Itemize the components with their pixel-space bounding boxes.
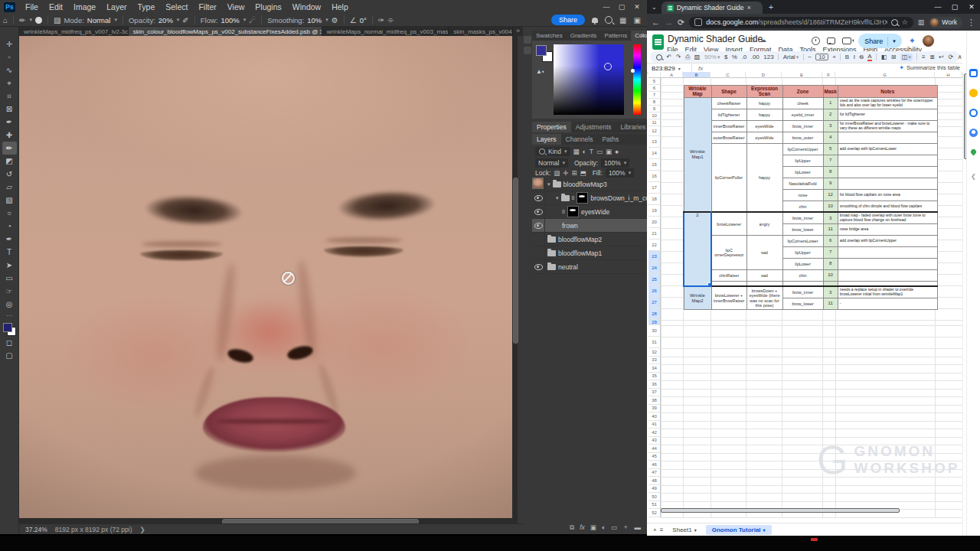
document-tab[interactable]: skin_masks_ps_v004.psd× [449,27,513,36]
meet-icon[interactable] [842,37,851,44]
group-expand-icon[interactable]: ▾ [547,181,550,187]
forward-icon[interactable]: → [665,18,673,27]
table-cell[interactable]: brow_inner [782,120,823,132]
layer-row[interactable]: ▾bloodflowMap3 [532,178,647,191]
document-tab[interactable]: skin_colour_bloodflowMaps_ps_v002_substa… [129,27,322,36]
text-rotation-icon[interactable]: ⟳ [949,54,954,60]
panel-tab-gradients[interactable]: Gradients [567,31,601,41]
calendar-icon[interactable] [969,69,978,77]
table-cell[interactable]: 8 [823,166,838,178]
column-header-E[interactable]: E [782,72,822,78]
new-layer-icon[interactable]: ＋ [622,523,629,532]
table-cell[interactable]: nose [782,189,823,201]
pen-tool[interactable]: ✒ [2,233,17,246]
row-header-17[interactable]: 17 [648,182,661,194]
filter-shape-icon[interactable]: ▭ [596,148,603,155]
brush-angle-value[interactable]: 0° [360,16,367,24]
move-folder-icon[interactable]: 🗀 [749,36,756,44]
screen-mode-icon[interactable]: ▢ [2,349,17,362]
row-header-36[interactable]: 36 [648,380,661,389]
table-cell[interactable] [838,155,937,166]
row-header-18[interactable]: 18 [648,194,661,205]
table-header-cell[interactable]: Expression Scan [746,86,782,98]
document-tab[interactable]: wrinkleMaps_normal_midfreq_ps_v003_maskU… [322,27,449,36]
foreground-background-swatches[interactable] [536,45,553,62]
toolbar-collapse-icon[interactable]: ∧ [958,54,962,60]
avatar[interactable] [923,35,934,47]
object-selection-tool[interactable]: ⌖ [2,77,17,90]
strikethrough-icon[interactable]: S [859,54,863,60]
new-tab-icon[interactable]: + [769,2,773,11]
row-header-7[interactable]: 7 [648,92,661,99]
filter-pixel-icon[interactable]: ▦ [573,148,580,155]
table-cell[interactable]: 7 [823,246,838,258]
italic-icon[interactable]: I [854,54,855,60]
table-cell[interactable]: cheekRaiser [711,97,746,109]
sheet-tab-sheet1[interactable]: Sheet1▾ [666,525,702,535]
row-header-24[interactable]: 24 [648,262,661,274]
panel-tab-channels[interactable]: Channels [561,134,598,145]
table-cell[interactable]: eyesWide [746,120,782,132]
filter-toggle-icon[interactable]: ● [615,148,619,155]
lasso-tool[interactable]: ∿ [2,64,17,77]
table-cell[interactable]: for lidTightener [838,109,937,120]
flow-select[interactable]: 100% [220,16,239,24]
maps-icon[interactable] [969,148,978,157]
layer-effects-icon[interactable]: fx [580,523,585,531]
lock-position-icon[interactable]: ⊞ [571,169,577,177]
foreground-background-colors[interactable] [3,323,16,336]
visibility-toggle[interactable] [532,233,545,246]
visibility-toggle[interactable] [532,260,545,273]
filter-adjustment-icon[interactable]: ◐ [583,148,586,155]
table-cell[interactable]: lipLower [782,166,823,178]
contacts-icon[interactable] [969,129,978,137]
row-header-26[interactable]: 26 [648,285,661,297]
row-header-52[interactable]: 52 [648,509,661,517]
menu-select[interactable]: Select [160,2,193,11]
share-button[interactable]: Share▾ [858,34,902,48]
marquee-tool[interactable]: ▫ [2,51,17,64]
add-sheet-icon[interactable]: + [653,527,657,533]
clone-stamp-tool[interactable]: ◩ [2,155,17,168]
table-cell[interactable]: add overlap with lipCornersLower [838,143,937,155]
table-header-cell[interactable]: Shape [711,86,746,98]
arrange-icon[interactable]: ▦ [619,16,626,24]
table-cell[interactable]: smoothing of chin dimple and blood flow … [838,201,937,212]
table-cell[interactable]: chin [782,269,823,281]
menu-file[interactable]: File [20,2,44,11]
table-cell[interactable]: - [838,298,937,309]
omnibox[interactable]: docs.google.com/spreadsheets/d/186tiiTRM… [689,17,913,28]
percent-icon[interactable]: % [732,54,737,60]
path-selection-tool[interactable]: ➤ [2,259,17,272]
table-cell[interactable]: 8 [823,258,838,269]
layer-row[interactable]: 8eyesWide [532,205,647,219]
delete-layer-icon[interactable]: ▬ [635,523,642,531]
row-header-44[interactable]: 44 [648,445,661,453]
all-sheets-icon[interactable]: ≡ [660,527,664,533]
size-plus-icon[interactable]: + [832,54,836,60]
sheets-logo-icon[interactable] [652,34,664,50]
column-header-A[interactable]: A [661,72,683,78]
print-icon[interactable]: ⎙ [685,54,690,60]
maximize-icon[interactable]: ▢ [946,0,963,14]
smoothing-gear-icon[interactable]: ⚙ [332,16,338,24]
table-cell[interactable]: brow_inner [782,286,823,298]
side-panel-icon[interactable]: ▥ [918,18,925,26]
menu-type[interactable]: Type [132,2,160,11]
canvas-vertical-scrollbar[interactable] [512,36,518,518]
table-cell[interactable]: 7 [823,155,838,166]
table-cell[interactable]: broad map - faded overlap with outer bro… [838,212,937,223]
row-header-31[interactable]: 31 [648,337,661,348]
lock-transparency-icon[interactable]: ▨ [554,169,560,177]
visibility-toggle[interactable] [532,191,545,204]
panel-tab-layers[interactable]: Layers [532,134,561,145]
table-cell[interactable]: 3 [823,120,838,132]
table-cell[interactable]: cheek [782,97,823,109]
home-icon[interactable]: ⌂ [3,16,8,24]
sheet-tab-menu-icon[interactable]: ▾ [694,527,697,533]
table-cell[interactable] [746,281,782,286]
layer-row[interactable]: ▾8browsDown_i_m_custom [532,191,647,205]
wrinkle-map-table[interactable]: Wrinkle MapShapeExpression ScanZoneMaskN… [683,85,938,310]
blend-mode-select[interactable]: Normal▾ [535,158,568,168]
table-cell[interactable]: 10 [823,201,838,212]
